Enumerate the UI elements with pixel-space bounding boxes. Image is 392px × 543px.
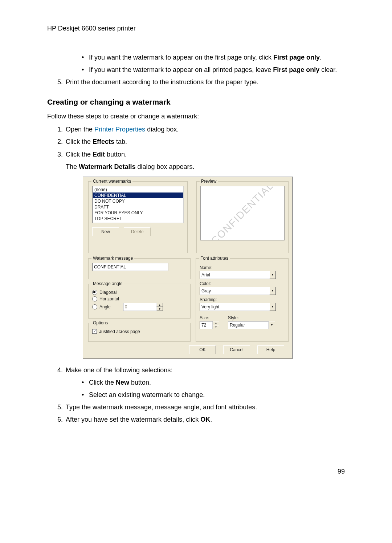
- step-number: 3.: [54, 150, 63, 159]
- help-button[interactable]: Help: [257, 345, 284, 354]
- step3-result: The Watermark Details dialog box appears…: [66, 162, 345, 171]
- list-item[interactable]: FOR YOUR EYES ONLY: [93, 210, 183, 216]
- spin-up-icon[interactable]: ▲: [213, 321, 219, 325]
- font-size-label: Size:: [200, 315, 221, 320]
- intro-bullet-1: If you want the watermark to appear on t…: [89, 53, 322, 62]
- delete-button[interactable]: Delete: [124, 227, 151, 236]
- bullet-dot: •: [82, 390, 89, 400]
- new-button[interactable]: New: [92, 227, 119, 236]
- step-2: Click the Effects tab.: [66, 137, 127, 146]
- list-item[interactable]: DRAFT: [93, 204, 183, 210]
- list-item[interactable]: CONFIDENTIAL: [93, 193, 183, 198]
- angle-value-spin[interactable]: [123, 303, 156, 311]
- list-item[interactable]: DO NOT COPY: [93, 198, 183, 204]
- ok-button[interactable]: OK: [189, 345, 216, 354]
- step-5: Type the watermark message, message angl…: [66, 402, 257, 412]
- preview-pane: CONFIDENTIAL: [200, 186, 285, 240]
- checkbox-icon: ✓: [92, 329, 97, 334]
- step4-bullet-1: Click the New button.: [89, 378, 151, 387]
- step-number: 4.: [54, 365, 63, 375]
- page-number: 99: [47, 468, 345, 475]
- radio-icon: [92, 296, 97, 301]
- step-number: 2.: [54, 137, 63, 146]
- bullet-dot: •: [82, 65, 89, 74]
- intro-step5: Print the document according to the inst…: [66, 77, 258, 87]
- step-number: 1.: [54, 125, 63, 134]
- chevron-down-icon[interactable]: ▼: [269, 303, 276, 311]
- section-heading: Creating or changing a watermark: [47, 98, 345, 106]
- step-1: Open the Printer Properties dialog box.: [66, 125, 179, 134]
- spin-down-icon[interactable]: ▼: [156, 307, 163, 311]
- group-options: Options: [91, 320, 109, 325]
- font-color-label: Color:: [200, 281, 285, 286]
- font-style-combo[interactable]: Regular: [228, 321, 269, 329]
- intro-bullet-2: If you want the watermark to appear on a…: [89, 65, 337, 74]
- group-message-angle: Message angle: [91, 281, 124, 286]
- bullet-dot: •: [82, 53, 89, 62]
- font-style-label: Style:: [228, 315, 285, 320]
- justified-checkbox[interactable]: ✓ Justified across page: [92, 329, 187, 334]
- step4-bullet-2: Select an existing watermark to change.: [89, 390, 205, 400]
- cancel-button[interactable]: Cancel: [223, 345, 250, 354]
- watermark-message-input[interactable]: [92, 263, 168, 271]
- font-shading-label: Shading:: [200, 297, 285, 302]
- list-item[interactable]: (none): [93, 187, 183, 193]
- step-number: 6.: [54, 415, 63, 424]
- watermark-listbox[interactable]: (none) CONFIDENTIAL DO NOT COPY DRAFT FO…: [92, 186, 184, 223]
- group-preview: Preview: [200, 179, 218, 184]
- step-6: After you have set the watermark details…: [66, 415, 212, 424]
- step-number: 5.: [54, 77, 63, 87]
- spin-up-icon[interactable]: ▲: [156, 303, 163, 307]
- list-item[interactable]: TOP SECRET: [93, 216, 183, 222]
- section-intro: Follow these steps to create or change a…: [47, 112, 345, 121]
- group-watermark-message: Watermark message: [91, 256, 134, 261]
- step-3: Click the Edit button.: [66, 150, 127, 159]
- font-color-combo[interactable]: Gray: [200, 287, 269, 295]
- radio-icon: [92, 304, 97, 309]
- angle-horizontal-radio[interactable]: Horizontal: [92, 296, 187, 301]
- page-header: HP Deskjet 6600 series printer: [47, 25, 345, 32]
- bullet-dot: •: [82, 378, 89, 387]
- chevron-down-icon[interactable]: ▼: [269, 287, 276, 295]
- step-number: 5.: [54, 402, 63, 412]
- font-name-combo[interactable]: Arial: [200, 271, 269, 279]
- angle-custom-radio[interactable]: Angle ▲ ▼: [92, 303, 187, 311]
- angle-diagonal-radio[interactable]: Diagonal: [92, 290, 187, 295]
- font-size-spin[interactable]: [200, 321, 213, 329]
- printer-properties-link[interactable]: Printer Properties: [94, 126, 145, 133]
- group-current-watermarks: Current watermarks: [91, 179, 132, 184]
- spin-down-icon[interactable]: ▼: [213, 325, 219, 329]
- step-4: Make one of the following selections:: [66, 365, 172, 375]
- group-font-attributes: Font attributes: [199, 256, 230, 261]
- preview-watermark-text: CONFIDENTIAL: [209, 186, 276, 240]
- radio-icon: [92, 290, 97, 295]
- chevron-down-icon[interactable]: ▼: [269, 271, 276, 279]
- font-shading-combo[interactable]: Very light: [200, 303, 269, 311]
- chevron-down-icon[interactable]: ▼: [269, 321, 275, 329]
- font-name-label: Name:: [200, 265, 285, 270]
- watermark-details-dialog: Current watermarks (none) CONFIDENTIAL D…: [83, 177, 293, 359]
